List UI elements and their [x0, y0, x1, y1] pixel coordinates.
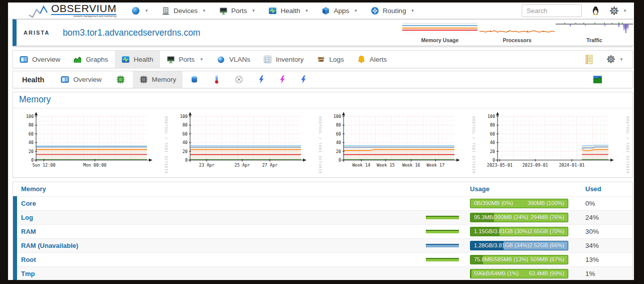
usage-sparkline[interactable]	[426, 230, 459, 233]
used-percent: 0%	[576, 196, 632, 210]
tux-icon[interactable]	[592, 6, 599, 15]
menu-devices[interactable]: Devices ▼	[162, 7, 206, 15]
rrd-graphs-row: 020406080100Sun 12:00Mon 00:00RRDTOOL / …	[13, 108, 632, 177]
col-header-spark	[414, 182, 470, 196]
memory-pool-name[interactable]: RAM (Unavailable)	[13, 238, 414, 252]
svg-text:40: 40	[182, 140, 187, 145]
device-hostname[interactable]: bom3.tor1.advancedserverdns.com	[63, 28, 200, 38]
mini-graph-memory[interactable]: Memory Usage	[401, 22, 478, 43]
usage-sparkline[interactable]	[426, 244, 459, 247]
col-header-usage: Usage	[470, 182, 576, 196]
subtab-voltage-2[interactable]	[272, 71, 293, 88]
usage-sparkline[interactable]	[426, 216, 459, 219]
mini-graph-label: Traffic	[556, 37, 633, 43]
usage-bar: 1.28GB/3.81GB (34%)2.52GB (66%)	[470, 241, 568, 250]
memory-table-row: RAM1.15GB/3.81GB (30%)2.65GB (70%)30%	[13, 224, 632, 238]
graphs-toggle-button[interactable]	[586, 71, 632, 88]
memory-pool-name[interactable]: Log	[13, 210, 414, 224]
memory-pool-name[interactable]: Tmp	[13, 266, 414, 280]
svg-text:Week 15: Week 15	[377, 163, 395, 168]
tab-alerts[interactable]: Alerts	[351, 51, 394, 68]
tab-inventory[interactable]: Inventory	[257, 51, 310, 68]
svg-text:Sun 12:00: Sun 12:00	[32, 163, 55, 168]
rrd-graph[interactable]: 02040608010023 Apr25 Apr27 AprRRDTOOL / …	[170, 110, 322, 176]
health-icon	[268, 7, 277, 15]
svg-text:2023-09-01: 2023-09-01	[522, 163, 548, 168]
sparkline-cell	[414, 210, 470, 224]
svg-text:80: 80	[29, 122, 34, 127]
memory-panel-title: Memory	[13, 92, 632, 108]
device-notes-button[interactable]	[578, 51, 600, 68]
memory-pool-name[interactable]: Root	[13, 252, 414, 266]
tab-logs[interactable]: Logs	[310, 51, 351, 68]
subtab-memory[interactable]: Memory	[133, 71, 183, 88]
tab-overview[interactable]: Overview	[13, 51, 67, 68]
search-input[interactable]	[522, 4, 582, 17]
subtab-health-overview[interactable]: Overview	[54, 71, 108, 88]
top-navbar: OBSERVIUM network management and monitor…	[8, 3, 634, 19]
rrd-graph[interactable]: 020406080100Week 14Week 15Week 16Week 17…	[324, 110, 475, 176]
memory-pool-name[interactable]: Core	[13, 196, 414, 210]
mini-graph-traffic[interactable]: Traffic	[556, 22, 633, 43]
memory-pool-name[interactable]: RAM	[13, 224, 414, 238]
rrd-graph[interactable]: 0204060801002023-05-012023-09-012024-01-…	[477, 110, 629, 176]
usage-bar-right-label: 509MB (87%)	[531, 256, 564, 262]
caret-down-icon: ▼	[354, 9, 358, 13]
tab-ports[interactable]: Ports ▼	[160, 51, 210, 68]
used-percent: 30%	[576, 224, 632, 238]
graphs-toggle-icon	[593, 75, 602, 84]
tab-vlans[interactable]: VLANs	[210, 51, 257, 68]
svg-text:Week 14: Week 14	[353, 163, 371, 168]
tab-graphs[interactable]: Graphs	[67, 51, 114, 68]
svg-text:27 Apr: 27 Apr	[262, 163, 277, 168]
caret-down-icon: ▼	[623, 9, 627, 13]
svg-text:23 Apr: 23 Apr	[199, 163, 214, 168]
observium-wordmark: OBSERVIUM network management and monitor…	[51, 3, 116, 18]
menu-routing[interactable]: Routing ▼	[371, 7, 414, 15]
usage-bar-left-label: 596kB/64MB (1%)	[474, 270, 519, 276]
svg-text:0: 0	[31, 158, 34, 163]
svg-text:0: 0	[493, 158, 495, 163]
usage-cell: 95.3MB/390MB (24%)294MB (76%)	[470, 210, 576, 224]
tab-graphs-label: Graphs	[86, 56, 108, 63]
svg-text:RRDTOOL / TOBI OETIKER: RRDTOOL / TOBI OETIKER	[318, 116, 322, 174]
subtab-processors[interactable]	[108, 71, 133, 88]
observium-logo[interactable]: OBSERVIUM network management and monitor…	[28, 3, 116, 18]
svg-text:80: 80	[182, 122, 187, 127]
subtab-fans[interactable]	[227, 71, 251, 88]
subtab-voltage-3[interactable]	[293, 71, 314, 88]
menu-apps[interactable]: Apps ▼	[321, 7, 358, 15]
sparkline-cell	[414, 252, 470, 266]
device-settings-menu[interactable]: ▼	[600, 51, 632, 68]
usage-bar: 75.8MB/585MB (13%)509MB (87%)	[470, 255, 568, 264]
health-section-label: Health	[13, 71, 54, 88]
menu-ports[interactable]: Ports ▼	[219, 7, 255, 15]
memory-table-row: Core0B/390MB (0%)390MB (100%)0%	[13, 196, 632, 210]
menu-apps-label: Apps	[334, 7, 349, 15]
usage-bar-left-label: 75.8MB/585MB (13%)	[474, 256, 528, 262]
used-percent: 34%	[576, 238, 632, 252]
subtab-temperature[interactable]	[206, 71, 227, 88]
routing-icon	[371, 7, 379, 15]
gear-icon	[606, 55, 615, 64]
tab-health[interactable]: Health	[115, 51, 160, 68]
svg-text:Week 17: Week 17	[427, 163, 445, 168]
svg-text:100: 100	[26, 114, 34, 119]
ports-icon	[219, 7, 228, 15]
brand-name: OBSERVIUM	[51, 3, 116, 14]
subtab-storage[interactable]	[183, 71, 206, 88]
svg-text:2023-05-01: 2023-05-01	[487, 163, 513, 168]
usage-cell: 596kB/64MB (1%)63.4MB (99%)	[470, 266, 576, 280]
mini-graph-processors[interactable]: Processors	[478, 22, 556, 43]
rrd-graph[interactable]: 020406080100Sun 12:00Mon 00:00RRDTOOL / …	[16, 110, 168, 176]
memory-chip-icon	[139, 75, 148, 84]
thermometer-icon	[214, 75, 220, 84]
usage-sparkline[interactable]	[426, 258, 459, 261]
subtab-voltage-1[interactable]	[251, 71, 272, 88]
caret-down-icon: ▼	[304, 9, 308, 13]
menu-health[interactable]: Health ▼	[268, 7, 308, 15]
usage-bar: 95.3MB/390MB (24%)294MB (76%)	[470, 213, 568, 222]
settings-menu[interactable]: ▼	[609, 6, 627, 16]
col-header-memory: Memory	[13, 182, 414, 196]
global-status-menu[interactable]: ▼	[131, 7, 148, 15]
